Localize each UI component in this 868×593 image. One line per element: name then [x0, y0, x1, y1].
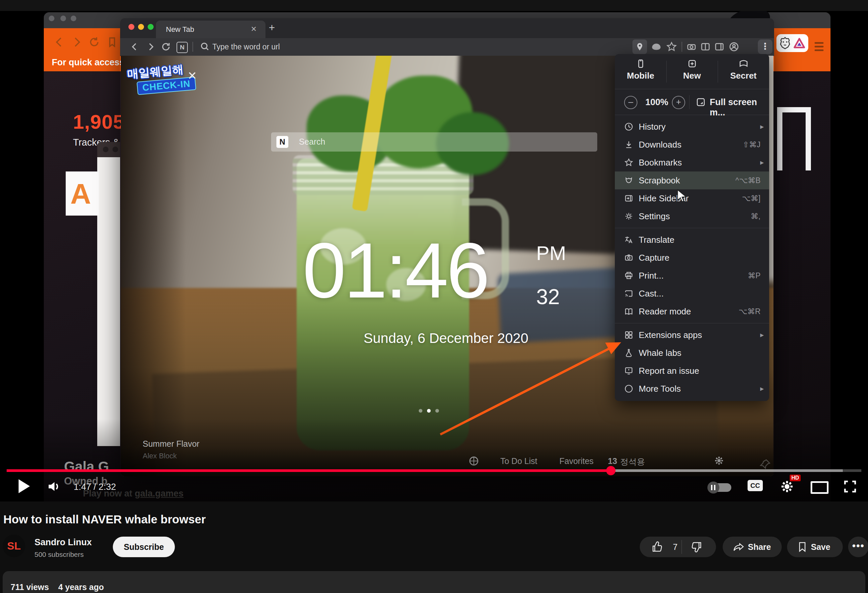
- more-actions-button[interactable]: •••: [848, 537, 868, 557]
- gear-icon: [624, 212, 633, 221]
- menu-item-hide-sidebar[interactable]: Hide Sidebar ⌥⌘]: [615, 189, 769, 207]
- menu-item-cast[interactable]: Cast...: [615, 285, 769, 302]
- menu-item-downloads[interactable]: Downloads ⇧⌘J: [615, 136, 769, 153]
- captions-button[interactable]: CC: [748, 480, 763, 491]
- menu-item-capture[interactable]: Capture: [615, 249, 769, 267]
- traffic-light-icon: [103, 147, 108, 152]
- thumbs-up-icon[interactable]: [652, 541, 664, 553]
- checkin-badge[interactable]: 매일웨일해 CHECK-IN: [127, 61, 196, 96]
- fullscreen-mode-button[interactable]: Full screen m...: [710, 97, 769, 118]
- hamburger-menu-icon[interactable]: [815, 40, 824, 53]
- bookmark-icon[interactable]: [106, 36, 118, 48]
- whale-logo-icon[interactable]: [651, 41, 661, 52]
- zoom-level: 100%: [645, 97, 668, 108]
- naver-search-bar[interactable]: N Search: [271, 132, 597, 152]
- back-icon[interactable]: [129, 41, 140, 52]
- ellipsis-circle-icon: [624, 384, 633, 393]
- menu-item-more-tools[interactable]: More Tools ▸: [615, 380, 769, 398]
- description-box[interactable]: 711 views4 years ago: [3, 571, 865, 593]
- zoom-in-button[interactable]: +: [672, 96, 685, 109]
- share-arrow-icon: [733, 541, 745, 553]
- minimize-window-icon[interactable]: [138, 24, 144, 30]
- volume-icon[interactable]: [46, 479, 61, 494]
- like-dislike-pill: 7: [640, 537, 716, 557]
- channel-subscribers: 500 subscribers: [34, 550, 84, 559]
- reload-icon[interactable]: [88, 36, 100, 48]
- bat-token-icon: [793, 37, 805, 49]
- naver-logo-icon[interactable]: N: [177, 42, 188, 53]
- location-button[interactable]: [632, 40, 647, 54]
- player-gradient: [0, 419, 868, 502]
- tab-close-icon[interactable]: ✕: [251, 25, 257, 34]
- menu-item-extensions-apps[interactable]: Extensions apps ▸: [615, 326, 769, 344]
- translate-icon: [624, 235, 633, 245]
- play-button[interactable]: [19, 479, 30, 493]
- menu-item-report-an-issue[interactable]: Report an issue: [615, 362, 769, 380]
- wallpaper-carousel-dots[interactable]: [419, 408, 444, 414]
- menu-secret-mode-button[interactable]: Secret: [718, 54, 769, 89]
- autoplay-toggle[interactable]: [709, 483, 731, 492]
- printer-icon: [624, 271, 633, 280]
- checkin-close-icon[interactable]: ✕: [187, 69, 197, 82]
- clock-date: Sunday, 6 December 2020: [353, 330, 539, 346]
- view-count: 711 views: [10, 583, 49, 592]
- sidebar-toggle-icon[interactable]: [700, 41, 711, 52]
- zoom-out-button[interactable]: –: [624, 96, 638, 109]
- menu-new-window-button[interactable]: New: [666, 54, 718, 89]
- menu-item-translate[interactable]: Translate: [615, 231, 769, 249]
- close-window-icon[interactable]: [128, 24, 134, 30]
- forward-icon[interactable]: [145, 41, 156, 52]
- location-pin-icon: [635, 42, 644, 52]
- new-tab-button[interactable]: +: [269, 22, 275, 34]
- address-bar-input[interactable]: Type the word or url: [213, 43, 280, 52]
- menu-item-whale-labs[interactable]: Whale labs: [615, 344, 769, 362]
- clock-ampm: PM: [536, 242, 566, 265]
- fullscreen-button[interactable]: [843, 479, 858, 494]
- back-icon[interactable]: [53, 36, 65, 48]
- traffic-light-icon: [112, 147, 118, 152]
- channel-avatar[interactable]: SL: [3, 535, 25, 557]
- theater-mode-button[interactable]: [810, 481, 828, 494]
- secret-mode-icon: [739, 59, 748, 69]
- menu-mobile-button[interactable]: Mobile: [615, 54, 666, 89]
- menu-item-reader-mode[interactable]: Reader mode ⌥⌘R: [615, 302, 769, 320]
- capture-camera-icon[interactable]: [686, 41, 697, 52]
- zoom-window-icon[interactable]: [148, 24, 154, 30]
- like-count[interactable]: 7: [673, 542, 678, 552]
- player-settings-icon[interactable]: [780, 479, 794, 494]
- panel-icon[interactable]: [714, 41, 725, 52]
- submenu-arrow-icon: ▸: [760, 384, 764, 393]
- tab-new-tab[interactable]: New Tab ✕: [156, 21, 266, 38]
- hd-badge: HD: [790, 475, 801, 481]
- progress-bar-played: [7, 469, 611, 472]
- menu-item-bookmarks[interactable]: Bookmarks ▸: [615, 153, 769, 171]
- traffic-light-icon: [71, 16, 76, 21]
- grid-icon: [624, 330, 633, 339]
- background-glyph: [777, 107, 811, 171]
- time-display: 1:47 / 2:32: [74, 482, 116, 492]
- save-button[interactable]: Save: [787, 537, 843, 557]
- menu-item-settings[interactable]: Settings ⌘,: [615, 207, 769, 225]
- masthead-strip: [0, 0, 868, 11]
- thumbs-down-icon[interactable]: [690, 541, 702, 553]
- progress-scrubber[interactable]: [606, 466, 616, 475]
- share-button[interactable]: Share: [723, 537, 782, 557]
- star-icon[interactable]: [666, 41, 677, 52]
- autoplay-knob-icon: [707, 482, 719, 494]
- menu-item-print[interactable]: Print... ⌘P: [615, 267, 769, 285]
- whale-toolbar: N Type the word or url ⋮: [120, 38, 774, 56]
- video-player[interactable]: For quick access, plac 1,905 Trackers & …: [0, 11, 868, 502]
- brave-extension-badges[interactable]: [776, 34, 808, 52]
- subscribe-button[interactable]: Subscribe: [113, 537, 175, 557]
- browser-menu-button[interactable]: ⋮: [758, 40, 772, 54]
- account-icon[interactable]: [729, 41, 739, 52]
- mobile-icon: [636, 59, 646, 69]
- brave-lion-icon: [779, 37, 791, 49]
- star-icon: [624, 158, 633, 167]
- forward-icon[interactable]: [71, 36, 83, 48]
- menu-item-history[interactable]: History ▸: [615, 118, 769, 136]
- reload-icon[interactable]: [161, 41, 171, 52]
- channel-name[interactable]: Sandro Linux: [34, 537, 92, 547]
- menu-item-scrapbook[interactable]: Scrapbook ^⌥⌘B: [615, 171, 769, 189]
- scrapbook-icon: [624, 176, 633, 185]
